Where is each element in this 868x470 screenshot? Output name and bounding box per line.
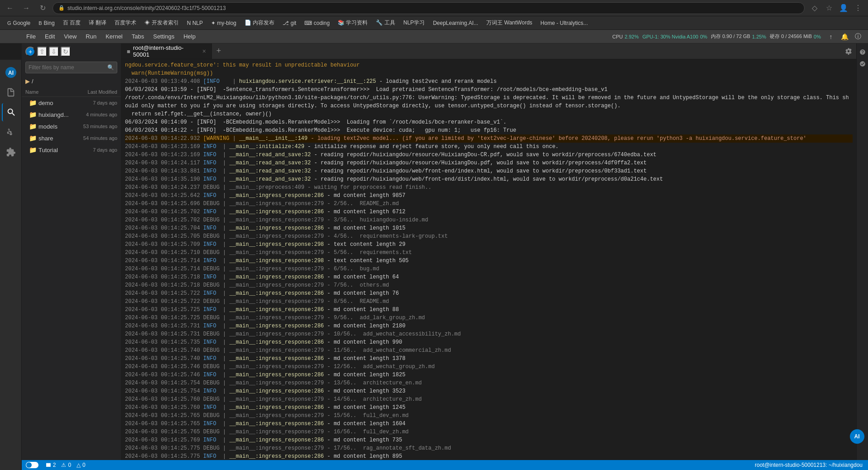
storage-percent: 0% <box>814 34 821 39</box>
tab-settings-icon[interactable] <box>840 43 856 59</box>
tree-item-demo[interactable]: 📁 demo 7 days ago <box>22 97 121 109</box>
menu-edit[interactable]: Edit <box>40 30 59 43</box>
cpu-stat: CPU 2.92% <box>612 34 638 39</box>
terminal-tab-close[interactable]: × <box>202 48 206 55</box>
ai-badge-label: AI <box>854 433 860 440</box>
menu-run[interactable]: Run <box>81 30 101 43</box>
bookmark-nlpstudy[interactable]: NLP学习 <box>400 18 428 29</box>
reload-button[interactable]: ↻ <box>36 2 49 14</box>
terminal-output[interactable]: ngdou.service.feature_store': this may r… <box>121 59 856 470</box>
file-search-box[interactable]: 🔍 <box>25 62 117 73</box>
folder-share-modified: 54 minutes ago <box>79 135 117 141</box>
status-line[interactable]: ⯀ 2 <box>46 462 56 468</box>
log-line-2: warn(RuntimeWarning(msg)) <box>125 69 853 77</box>
log-line-md15: 2024-06-03 00:14:25.775 INFO | __main__:… <box>125 452 853 460</box>
editor-area: ■ root@intern-studio-50001 × + ngdou.ser… <box>121 43 856 470</box>
gpu-stat: GPU-1: 30% Nvidia A100 0% <box>643 34 707 39</box>
line-col-icon: ⯀ <box>46 462 51 468</box>
refresh-button[interactable]: ↻ <box>61 47 71 57</box>
bookmark-baidu[interactable]: 百 百度 <box>59 18 84 29</box>
search-input[interactable] <box>29 62 106 72</box>
menu-file[interactable]: File <box>22 30 40 43</box>
folder-icon: ▶ <box>25 78 30 85</box>
status-errors[interactable]: ⚠ 0 <box>61 462 71 468</box>
tree-item-share[interactable]: 📁 share 54 minutes ago <box>22 132 121 144</box>
more-icon[interactable]: ⋮ <box>852 2 864 14</box>
new-tab-button[interactable]: + <box>212 43 225 59</box>
upload-icon[interactable]: ↑ <box>825 30 837 43</box>
log-line-md4: 2024-06-03 00:14:25.718 INFO | __main__:… <box>125 273 853 281</box>
top-right-icons: ↑ 🔔 ⓘ <box>825 30 864 43</box>
terminal-tab[interactable]: ■ root@intern-studio-50001 × <box>121 43 212 59</box>
menu-settings[interactable]: Settings <box>149 30 179 43</box>
browser-bar: ← → ↻ 🔒 studio.intern-ai.org.cn/console/… <box>0 0 868 16</box>
profile-icon[interactable]: 👤 <box>837 2 850 14</box>
root-path[interactable]: ▶ / <box>22 75 121 87</box>
right-icon-2[interactable] <box>858 59 868 69</box>
bookmark-wantwords-label: 万词王 WantWords <box>486 19 532 27</box>
bookmark-icon[interactable]: ☆ <box>823 2 835 14</box>
menu-tabs[interactable]: Tabs <box>127 30 149 43</box>
notifications-icon[interactable]: 🔔 <box>838 30 851 43</box>
menu-help[interactable]: Help <box>179 30 200 43</box>
bookmark-baidu-label: 百 百度 <box>63 19 81 27</box>
log-line-1: ngdou.service.feature_store': this may r… <box>125 61 853 69</box>
bookmark-deeplearning[interactable]: DeepLearning.AI... <box>429 18 482 29</box>
folder-huixiangd-label: huixiangd... <box>38 111 77 118</box>
activity-search-icon[interactable] <box>2 103 20 121</box>
storage-stat: 硬存 0 / 24566 MiB 0% <box>770 33 821 40</box>
new-file-button[interactable]: + <box>25 47 35 57</box>
log-line-6: ould only matter to you if you are using… <box>125 102 853 110</box>
bookmark-ultralytics[interactable]: Home - Ultralytics... <box>537 18 592 29</box>
menu-kernel[interactable]: Kernel <box>101 30 127 43</box>
bookmark-myblog[interactable]: ✦ my-blog <box>207 18 240 29</box>
log-line-md11: 2024-06-03 00:14:25.754 INFO | __main__:… <box>125 387 853 395</box>
bookmark-git[interactable]: ⎇ git <box>279 18 300 29</box>
log-line-d4: 2024-06-03 00:14:25.705 DEBUG | __main__… <box>125 232 853 240</box>
log-line-md8: 2024-06-03 00:14:25.735 INFO | __main__:… <box>125 338 853 346</box>
upload-file-button[interactable]: ⇧ <box>37 47 47 57</box>
bookmark-nlp[interactable]: N NLP <box>183 18 206 29</box>
memory-stat: 内存 0.90 / 72 GB 1.25% <box>711 33 766 40</box>
log-line-md10: 2024-06-03 00:14:25.746 INFO | __main__:… <box>125 371 853 379</box>
back-button[interactable]: ← <box>4 2 16 14</box>
activity-git-icon[interactable] <box>2 123 20 141</box>
status-warnings[interactable]: △ 0 <box>77 462 86 468</box>
tree-item-tutorial[interactable]: 📁 Tutorial 7 days ago <box>22 144 121 156</box>
log-line-d14: 2024-06-03 00:14:25.760 DEBUG | __main__… <box>125 395 853 403</box>
bookmark-google[interactable]: G Google <box>4 18 34 29</box>
bookmark-tools[interactable]: 🔧 工具 <box>372 18 398 29</box>
app: AI File Edit View Run Kernel Tabs Settin… <box>0 30 868 470</box>
bookmark-study-label: 📚 学习资料 <box>338 19 368 27</box>
address-bar[interactable]: 🔒 studio.intern-ai.org.cn/console/trinit… <box>53 2 805 14</box>
bookmark-translate[interactable]: 译 翻译 <box>85 18 110 29</box>
forward-button[interactable]: → <box>20 2 33 14</box>
extensions-icon[interactable]: ◇ <box>808 2 821 14</box>
status-bar-right: root@intern-studio-50001213: ~/huixiangd… <box>755 462 863 468</box>
log-line-wait: 2024-06-03 00:14:24.237 DEBUG | __main__… <box>125 183 853 192</box>
info-icon[interactable]: ⓘ <box>852 30 864 43</box>
bookmarks-bar: G Google B Bing 百 百度 译 翻译 百度学术 ◈ 开发者索引 N… <box>0 16 868 30</box>
activity-extensions-icon[interactable] <box>2 143 20 161</box>
tree-item-huixiangd[interactable]: 📁 huixiangd... 4 minutes ago <box>22 109 121 120</box>
right-icon-1[interactable] <box>858 47 868 57</box>
bookmark-content[interactable]: 📄 内容发布 <box>241 18 278 29</box>
log-line-d7: 2024-06-03 00:14:25.718 DEBUG | __main__… <box>125 281 853 289</box>
bookmark-scholar[interactable]: 百度学术 <box>111 18 140 29</box>
menu-view[interactable]: View <box>59 30 81 43</box>
tree-item-models[interactable]: 📁 models 53 minutes ago <box>22 120 121 132</box>
bookmark-wantwords[interactable]: 万词王 WantWords <box>483 18 536 29</box>
download-button[interactable]: ⇩ <box>49 47 59 57</box>
log-line-4: 06/03/2024 00:13:59 - [INFO] -Sentence_t… <box>125 86 853 94</box>
bookmark-devindex[interactable]: ◈ 开发者索引 <box>141 18 182 29</box>
bookmark-study[interactable]: 📚 学习资料 <box>334 18 371 29</box>
terminal-tab-icon: ■ <box>127 48 130 55</box>
ai-assistant-button[interactable]: AI <box>850 429 864 444</box>
bookmark-bing-icon: B <box>38 20 42 26</box>
bookmark-coding[interactable]: ⌨ coding <box>301 18 333 29</box>
bookmark-bing[interactable]: B Bing <box>35 18 58 29</box>
activity-files-icon[interactable] <box>2 83 20 101</box>
folder-demo-label: demo <box>38 100 77 106</box>
log-line-d10: 2024-06-03 00:14:25.731 DEBUG | __main__… <box>125 330 853 338</box>
folder-demo-modified: 7 days ago <box>79 100 117 106</box>
